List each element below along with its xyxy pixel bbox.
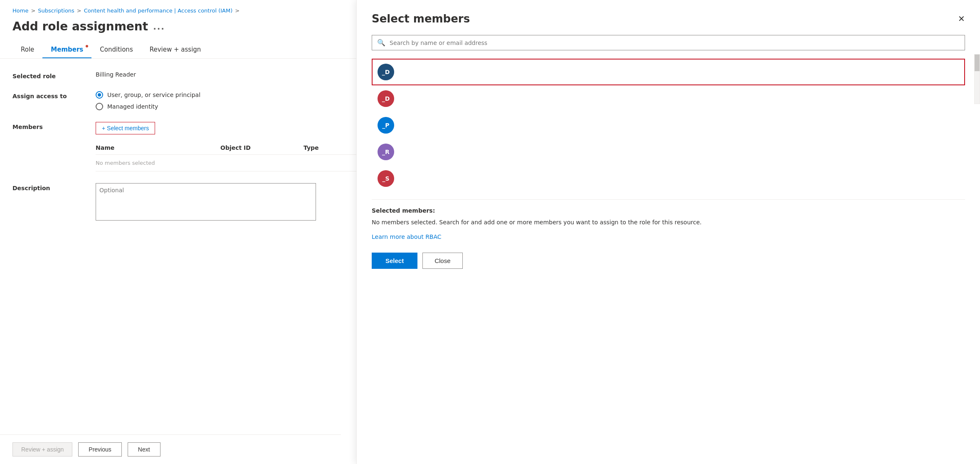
avatar-row-4[interactable]: _S [372, 165, 965, 192]
left-panel: Selected role Billing Reader Assign acce… [0, 71, 341, 221]
radio-user-circle[interactable] [96, 91, 103, 99]
avatar-3: _R [378, 144, 394, 160]
avatar-list: _D _D _P _R _S [372, 59, 965, 192]
tab-role[interactable]: Role [12, 42, 42, 58]
avatar-row-0[interactable]: _D [372, 59, 965, 85]
radio-managed[interactable]: Managed identity [96, 103, 200, 110]
tab-review[interactable]: Review + assign [141, 42, 210, 58]
scrollbar-thumb[interactable] [975, 55, 980, 71]
avatar-row-1[interactable]: _D [372, 85, 965, 112]
members-label: Members [12, 122, 96, 130]
table-header: Name Object ID Type [96, 141, 366, 155]
assign-access-options: User, group, or service principal Manage… [96, 91, 200, 110]
select-button[interactable]: Select [372, 253, 417, 269]
members-row: Members + Select members Name Object ID … [12, 122, 328, 171]
members-dot [86, 45, 88, 47]
radio-managed-circle[interactable] [96, 103, 103, 110]
breadcrumb-sep-1: > [31, 7, 35, 14]
avatar-1: _D [378, 90, 394, 107]
radio-managed-label: Managed identity [107, 103, 158, 110]
description-row: Description [12, 183, 328, 221]
avatar-2: _P [378, 117, 394, 134]
selected-role-row: Selected role Billing Reader [12, 71, 328, 79]
avatar-row-2[interactable]: _P [372, 112, 965, 139]
assign-access-row: Assign access to User, group, or service… [12, 91, 328, 110]
selected-role-label: Selected role [12, 71, 96, 79]
members-section: + Select members Name Object ID Type No … [96, 122, 366, 171]
search-icon: 🔍 [377, 39, 385, 47]
right-panel: Select members ✕ 🔍 _D _D _P _R _S Select… [356, 0, 980, 464]
review-assign-button: Review + assign [12, 442, 72, 457]
avatar-4: _S [378, 170, 394, 187]
search-box[interactable]: 🔍 [372, 35, 965, 50]
no-members-text: No members selected. Search for and add … [372, 218, 965, 227]
select-members-button[interactable]: + Select members [96, 122, 155, 134]
more-options-menu[interactable]: ... [153, 22, 165, 32]
breadcrumb-subscriptions[interactable]: Subscriptions [38, 7, 74, 14]
panel-close-icon[interactable]: ✕ [958, 15, 965, 23]
bottom-bar: Review + assign Previous Next [0, 434, 341, 464]
radio-user-label: User, group, or service principal [107, 92, 200, 98]
rbac-link[interactable]: Learn more about RBAC [372, 233, 442, 240]
breadcrumb-home[interactable]: Home [12, 7, 28, 14]
breadcrumb-sep-2: > [77, 7, 81, 14]
description-textarea[interactable] [96, 183, 316, 221]
breadcrumb-iam[interactable]: Content health and performance | Access … [84, 7, 233, 14]
panel-title: Select members [372, 12, 470, 25]
selected-role-value: Billing Reader [96, 71, 136, 78]
next-button[interactable]: Next [128, 442, 160, 457]
members-table: Name Object ID Type No members selected [96, 141, 366, 171]
col-header-name: Name [96, 144, 220, 151]
previous-button[interactable]: Previous [78, 442, 121, 457]
tab-members[interactable]: Members [42, 42, 91, 58]
selected-members-label: Selected members: [372, 207, 965, 214]
assign-access-label: Assign access to [12, 91, 96, 99]
panel-header: Select members ✕ [372, 12, 965, 25]
description-label: Description [12, 183, 96, 191]
close-panel-button[interactable]: Close [422, 253, 462, 269]
breadcrumb-sep-3: > [235, 7, 239, 14]
avatar-0: _D [378, 64, 394, 80]
panel-footer: Select Close [372, 253, 965, 269]
scrollbar-track[interactable] [974, 54, 980, 104]
col-header-objectid: Object ID [220, 144, 304, 151]
panel-divider [372, 199, 965, 200]
tab-conditions[interactable]: Conditions [91, 42, 141, 58]
search-input[interactable] [390, 40, 960, 46]
table-empty-message: No members selected [96, 155, 366, 171]
page-title: Add role assignment [12, 20, 148, 33]
radio-user[interactable]: User, group, or service principal [96, 91, 200, 99]
avatar-row-3[interactable]: _R [372, 139, 965, 165]
